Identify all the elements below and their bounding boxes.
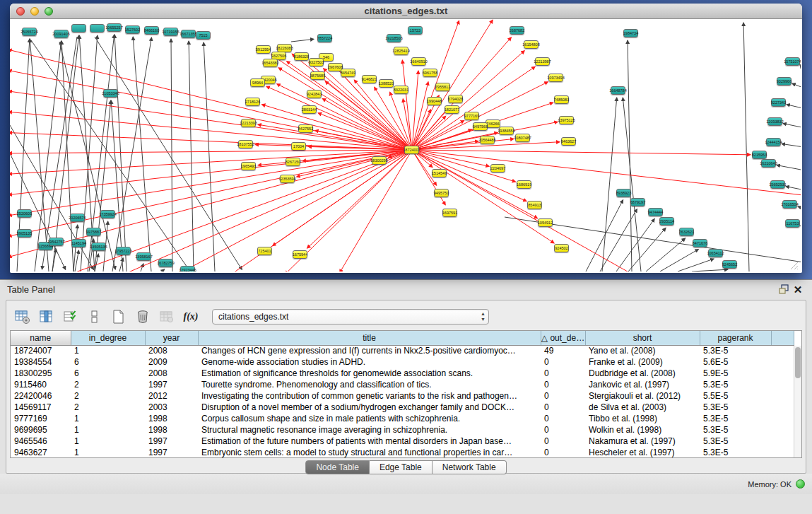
graph-node[interactable]: 16648784: [611, 86, 625, 95]
graph-node[interactable]: 16640910: [411, 57, 426, 66]
graph-node[interactable]: 7515: [196, 31, 211, 40]
scrollbar-thumb[interactable]: [795, 347, 801, 378]
graph-node[interactable]: 1821077: [445, 105, 459, 114]
graph-node[interactable]: 9975887: [86, 228, 101, 236]
graph-node[interactable]: 9495750: [434, 189, 449, 197]
graph-node[interactable]: 20206576: [70, 214, 85, 222]
graph-node[interactable]: 1527602: [125, 25, 140, 34]
graph-node[interactable]: 8267150: [286, 158, 300, 166]
graph-node[interactable]: 6794028: [448, 95, 463, 103]
minimize-window-button[interactable]: [30, 7, 39, 16]
graph-node[interactable]: 13505135: [91, 243, 106, 251]
graph-node[interactable]: 12923446: [180, 266, 195, 271]
table-row[interactable]: 1938455462009Genome-wide association stu…: [11, 356, 794, 368]
graph-node[interactable]: 16671355: [181, 30, 196, 38]
column-header-in_degree[interactable]: in_degree: [71, 331, 145, 345]
graph-node[interactable]: 9242843: [307, 90, 322, 98]
graph-node[interactable]: 8466160: [144, 26, 159, 35]
graph-node[interactable]: 2687682: [510, 26, 524, 35]
graph-node[interactable]: 2520605: [17, 209, 32, 218]
graph-node[interactable]: 8215953: [752, 151, 767, 159]
row-height-button[interactable]: [85, 308, 105, 326]
graph-node[interactable]: 2803144: [302, 105, 317, 114]
graph-node[interactable]: 17957223: [116, 247, 131, 255]
graph-node[interactable]: 7632621: [679, 228, 694, 236]
graph-node[interactable]: 3875685: [310, 71, 325, 80]
graph-node[interactable]: 16210643: [761, 159, 776, 168]
graph-node[interactable]: 1686919: [517, 180, 531, 189]
graph-node[interactable]: 25055724: [22, 28, 37, 36]
graph-node[interactable]: 15723: [408, 26, 423, 35]
column-header-year[interactable]: year: [145, 331, 198, 345]
table-mode-button[interactable]: [13, 308, 33, 326]
graph-node[interactable]: 1514549: [432, 169, 447, 177]
graph-node[interactable]: 10655257: [107, 23, 122, 32]
graph-node[interactable]: 1145194: [71, 239, 86, 247]
graph-node[interactable]: 10654112: [708, 249, 723, 257]
graph-node[interactable]: 2935114: [659, 217, 674, 226]
graph-node[interactable]: 8938923: [616, 189, 631, 197]
graph-node[interactable]: 9327503: [309, 58, 324, 66]
graph-node[interactable]: 16782759: [158, 259, 173, 267]
graph-node[interactable]: 5912954: [256, 45, 271, 54]
table-row[interactable]: 2242004622012Investigating the contribut…: [11, 390, 794, 402]
graph-node[interactable]: 8471676: [693, 239, 707, 247]
table-row[interactable]: 977716911998Corpus callosum shape and si…: [11, 413, 794, 424]
graph-node[interactable]: 9245652: [722, 260, 737, 269]
graph-node[interactable]: 98964: [250, 78, 265, 87]
delete-column-button[interactable]: [133, 308, 153, 326]
graph-node[interactable]: 1388520: [379, 79, 394, 88]
tab-node-table[interactable]: Node Table: [305, 460, 370, 474]
graph-node[interactable]: 13975125: [559, 116, 574, 124]
graph-node[interactable]: 1054912: [538, 218, 553, 227]
graph-node[interactable]: 12444154: [766, 138, 781, 146]
float-panel-button[interactable]: [777, 283, 791, 296]
graph-node[interactable]: 9463627: [561, 137, 576, 146]
graph-node[interactable]: 19542757: [49, 238, 64, 246]
graph-node[interactable]: 19384554: [499, 127, 514, 135]
graph-node[interactable]: 13958167: [136, 252, 151, 261]
graph-node[interactable]: 9329966: [777, 77, 792, 86]
graph-node[interactable]: 18107552: [238, 140, 253, 148]
graph-node[interactable]: 10807487: [515, 134, 530, 142]
graph-node[interactable]: 10719155: [163, 28, 178, 36]
window-resize-grip[interactable]: [789, 260, 799, 269]
column-header-out_de[interactable]: △ out_de…: [541, 331, 585, 345]
graph-node[interactable]: 15751074: [785, 57, 800, 66]
graph-node[interactable]: 16154808: [524, 40, 539, 49]
select-columns-button[interactable]: [61, 308, 81, 326]
graph-node[interactable]: 9146821: [362, 75, 377, 83]
graph-node[interactable]: 854913: [527, 201, 542, 209]
memory-status-icon[interactable]: [796, 479, 805, 489]
tab-edge-table[interactable]: Edge Table: [370, 460, 433, 474]
graph-node[interactable]: 17016504: [782, 200, 797, 209]
graph-node[interactable]: 8454749: [341, 69, 355, 77]
tab-network-table[interactable]: Network Table: [433, 460, 507, 474]
graph-node[interactable]: 10973493: [548, 74, 563, 82]
window-titlebar[interactable]: citations_edges.txt: [10, 4, 802, 19]
function-builder-button[interactable]: f(x): [181, 308, 201, 326]
graph-node[interactable]: 19218506: [387, 34, 401, 42]
close-window-button[interactable]: [16, 7, 25, 16]
graph-node[interactable]: 12093832: [767, 117, 782, 126]
table-row[interactable]: 1456911722003Disruption of a novel membe…: [11, 402, 794, 413]
column-header-title[interactable]: title: [198, 331, 541, 345]
graph-node[interactable]: 21053346: [103, 89, 118, 98]
zoom-window-button[interactable]: [45, 7, 53, 16]
graph-node[interactable]: 18300295: [372, 156, 387, 165]
table-row[interactable]: 946554611997Estimation of the future num…: [11, 436, 794, 447]
graph-node[interactable]: 8427552: [298, 124, 313, 133]
column-header-short[interactable]: short: [585, 331, 700, 345]
graph-node[interactable]: 8186328: [294, 52, 309, 61]
graph-node[interactable]: 924502: [554, 244, 569, 252]
network-canvas[interactable]: 2505572420091406106552571527602846616010…: [10, 19, 801, 271]
graph-node[interactable]: 6879197: [630, 198, 645, 206]
graph-node[interactable]: 6961758: [423, 69, 437, 77]
graph-node[interactable]: 2718126: [245, 98, 260, 106]
graph-node[interactable]: 1965493: [241, 162, 256, 170]
graph-node[interactable]: 20091406: [54, 30, 69, 38]
delete-table-button[interactable]: [157, 308, 177, 326]
graph-node[interactable]: 16543382: [263, 59, 278, 67]
graph-node[interactable]: 12353594: [280, 175, 295, 183]
graph-node[interactable]: [90, 24, 105, 33]
